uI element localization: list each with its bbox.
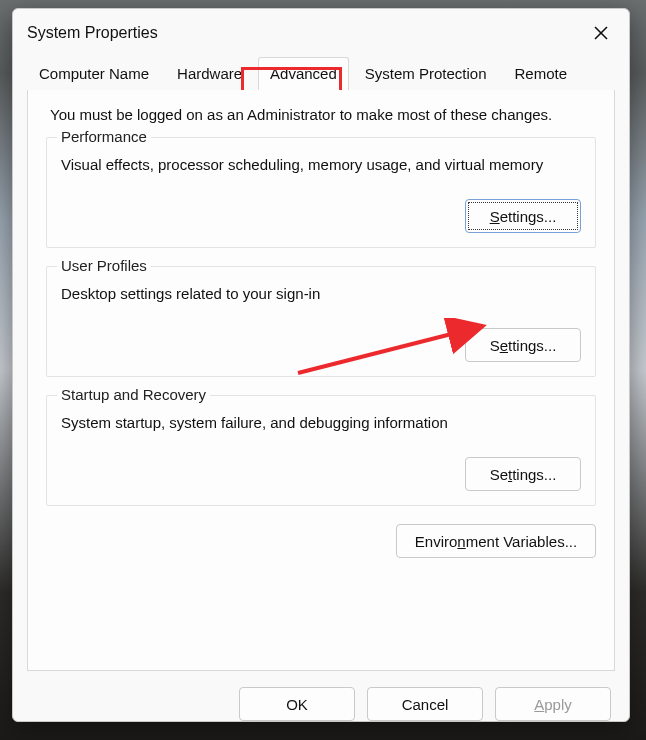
startup-recovery-settings-button[interactable]: Settings... (465, 457, 581, 491)
tab-remote[interactable]: Remote (503, 57, 580, 90)
ok-button[interactable]: OK (239, 687, 355, 721)
system-properties-dialog: System Properties Computer Name Hardware… (12, 8, 630, 722)
apply-button[interactable]: Apply (495, 687, 611, 721)
tab-hardware[interactable]: Hardware (165, 57, 254, 90)
tab-computer-name[interactable]: Computer Name (27, 57, 161, 90)
group-user-profiles-title: User Profiles (57, 257, 151, 274)
group-performance: Performance Visual effects, processor sc… (46, 137, 596, 248)
user-profiles-settings-button[interactable]: Settings... (465, 328, 581, 362)
cancel-button[interactable]: Cancel (367, 687, 483, 721)
tab-advanced[interactable]: Advanced (258, 57, 349, 90)
close-icon (594, 26, 608, 40)
admin-required-text: You must be logged on as an Administrato… (50, 106, 596, 123)
tab-panel-advanced: You must be logged on as an Administrato… (27, 90, 615, 671)
group-user-profiles: User Profiles Desktop settings related t… (46, 266, 596, 377)
window-title: System Properties (27, 24, 158, 42)
group-startup-desc: System startup, system failure, and debu… (61, 414, 581, 431)
group-user-profiles-desc: Desktop settings related to your sign-in (61, 285, 581, 302)
group-startup-title: Startup and Recovery (57, 386, 210, 403)
dialog-button-bar: OK Cancel Apply (13, 671, 629, 721)
titlebar: System Properties (13, 9, 629, 55)
group-performance-title: Performance (57, 128, 151, 145)
tab-system-protection[interactable]: System Protection (353, 57, 499, 90)
tab-strip: Computer Name Hardware Advanced System P… (13, 57, 629, 90)
group-performance-desc: Visual effects, processor scheduling, me… (61, 156, 581, 173)
group-startup-recovery: Startup and Recovery System startup, sys… (46, 395, 596, 506)
environment-variables-button[interactable]: Environment Variables... (396, 524, 596, 558)
close-button[interactable] (587, 19, 615, 47)
performance-settings-button[interactable]: Settings... (465, 199, 581, 233)
